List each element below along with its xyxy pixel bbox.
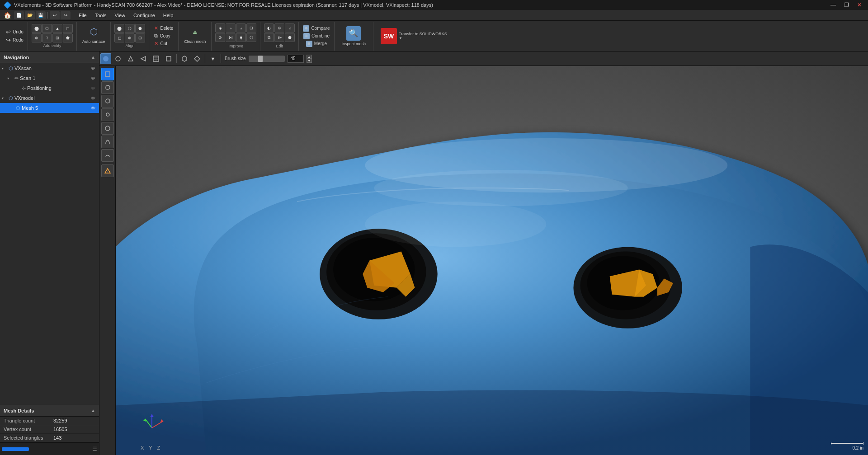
add-entity-btn-1[interactable]: ⬤ [32,24,42,33]
mesh-tool-dropdown[interactable]: ▼ [207,53,219,65]
main-layout: Navigation ▲ ▾ ⬡ VXscan 👁 ▾ ✏ Scan 1 👁 ▸… [0,52,868,455]
add-entity-btn-4[interactable]: ◻ [63,24,73,33]
auto-surface-button[interactable]: ⬡ Auto surface [80,23,107,49]
solidworks-label: Transfer to SOLIDWORKS [399,32,447,36]
brush-value-input[interactable] [288,55,304,63]
window-controls[interactable]: — ❐ ✕ [828,1,864,9]
improve-btn-7[interactable]: ⧫ [236,33,246,42]
mesh5-label: Mesh 5 [22,105,89,111]
copy-icon: ⧉ [154,33,158,39]
edit-btn-5[interactable]: ⌲ [274,33,284,42]
mesh5-visibility-icon[interactable]: 👁 [89,106,97,111]
home-icon[interactable]: 🏠 [2,11,13,20]
improve-btn-6[interactable]: ⋈ [226,33,236,42]
lasso-small-tool-button[interactable] [101,108,114,121]
align-btn-1[interactable]: ⬤ [114,24,124,33]
vxmodel-visibility-icon[interactable]: 👁 [89,96,97,101]
3d-viewport[interactable]: X Y Z 0.2 in [116,66,868,455]
align-btn-4[interactable]: ◻ [114,33,124,42]
mesh-tool-triangle[interactable] [125,53,137,65]
menu-help[interactable]: Help [160,11,177,19]
add-entity-btn-7[interactable]: ⊞ [52,33,62,42]
edit-btn-4[interactable]: ⧉ [264,33,274,42]
improve-btn-1[interactable]: ◈ [215,23,225,33]
redo-button[interactable]: ↪ Redo [5,36,25,44]
save-icon[interactable]: 💾 [36,11,46,19]
solidworks-dropdown-arrow[interactable]: ▼ [399,36,447,40]
solidworks-button[interactable]: SW Transfer to SOLIDWORKS ▼ [377,27,451,45]
align-btn-5[interactable]: ⊕ [125,33,135,42]
undo-button[interactable]: ↩ Undo [5,28,25,36]
inspect-mesh-group: 🔍 Inspect mesh [335,22,374,51]
circle-tool-button[interactable] [101,122,114,135]
mesh-details-header[interactable]: Mesh Details ▲ [0,405,99,417]
add-entity-btn-3[interactable]: ▲ [52,24,62,33]
new-file-icon[interactable]: 📄 [14,11,24,19]
vxscan-item[interactable]: ▾ ⬡ VXscan 👁 [0,63,99,73]
mesh-tool-outline[interactable] [112,53,124,65]
half-arc-tool-button[interactable] [101,149,114,162]
improve-btn-2[interactable]: ⬦ [226,23,236,33]
copy-button[interactable]: ⧉ Copy [153,33,175,39]
vxscan-visibility-icon[interactable]: 👁 [89,66,97,71]
open-icon[interactable]: 📂 [25,11,35,19]
add-entity-btn-8[interactable]: ⬟ [63,33,73,42]
menu-view[interactable]: View [111,11,129,19]
improve-btn-3[interactable]: ⟁ [236,23,246,33]
brush-increment-button[interactable]: ▲ [307,55,312,59]
close-button[interactable]: ✕ [854,1,864,9]
mesh-details-panel: Mesh Details ▲ Triangle count 32259 Vert… [0,405,99,442]
cut-button[interactable]: ✕ Cut [153,40,175,47]
undo-icon-menubar[interactable]: ↩ [50,11,60,19]
align-btn-2[interactable]: ⬡ [125,24,135,33]
positioning-visibility-icon[interactable]: 👁 [89,86,97,91]
delete-button[interactable]: ✕ Delete [153,25,175,32]
scan1-visibility-icon[interactable]: 👁 [89,76,97,81]
align-btn-3[interactable]: ⬟ [135,24,145,33]
improve-btn-4[interactable]: ⊡ [246,23,256,33]
navigation-toggle-icon[interactable]: ▲ [91,55,95,60]
warning-tool-button[interactable]: ! [101,164,114,177]
brush-slider[interactable] [249,56,285,62]
edit-btn-6[interactable]: ⬟ [285,33,295,42]
mesh-tool-hex[interactable] [179,53,190,65]
menu-file[interactable]: File [75,11,90,19]
combine-button[interactable]: ⊞ Combine [302,33,331,40]
vxmodel-item[interactable]: ▾ ⬡ VXmodel 👁 [0,93,99,103]
redo-icon-menubar[interactable]: ↪ [61,11,71,19]
compare-button[interactable]: ⊕ Compare [302,25,331,32]
inspect-mesh-button[interactable]: 🔍 Inspect mesh [338,25,370,47]
add-entity-btn-2[interactable]: ⬡ [42,24,52,33]
curve-tool-button[interactable] [101,136,114,148]
clean-mesh-button[interactable]: ⟁ Clean mesh [182,23,208,49]
mesh-tool-arrow-left[interactable] [137,53,149,65]
mesh-tool-square[interactable] [163,53,175,65]
mesh-tool-fill[interactable] [100,53,111,64]
improve-btn-5[interactable]: ⊘ [215,33,225,42]
menu-tools[interactable]: Tools [91,11,110,19]
add-entity-btn-5[interactable]: ⊕ [32,33,42,42]
align-btn-6[interactable]: ⊞ [135,33,145,42]
edit-btn-1[interactable]: ◐ [264,23,274,33]
add-entity-btn-6[interactable]: ⌇ [42,33,52,42]
maximize-button[interactable]: ❐ [841,1,852,9]
sidebar-list-icon[interactable]: ☰ [92,446,97,452]
menu-configure[interactable]: Configure [130,11,159,19]
merge-button[interactable]: ⊟ Merge [305,40,328,47]
app-icon: 🔷 [4,1,11,9]
brush-decrement-button[interactable]: ▼ [307,59,312,63]
navigation-panel-header[interactable]: Navigation ▲ [0,52,99,63]
mesh-tool-diamond[interactable] [191,53,203,65]
mesh-details-toggle-icon[interactable]: ▲ [91,408,95,413]
lasso-poly-tool-button[interactable] [101,95,114,108]
mesh-tool-grid[interactable] [150,53,162,65]
positioning-item[interactable]: ▸ ⊹ Positioning 👁 [0,83,99,93]
scan1-item[interactable]: ▾ ✏ Scan 1 👁 [0,73,99,83]
mesh5-item[interactable]: ▸ ⬡ Mesh 5 👁 [0,103,99,113]
edit-btn-3[interactable]: ⍋ [285,23,295,33]
lasso-tool-button[interactable] [101,81,114,94]
edit-btn-2[interactable]: ⊕ [274,23,284,33]
minimize-button[interactable]: — [828,1,839,9]
select-tool-button[interactable] [101,68,114,80]
improve-btn-8[interactable]: ⬡ [246,33,256,42]
